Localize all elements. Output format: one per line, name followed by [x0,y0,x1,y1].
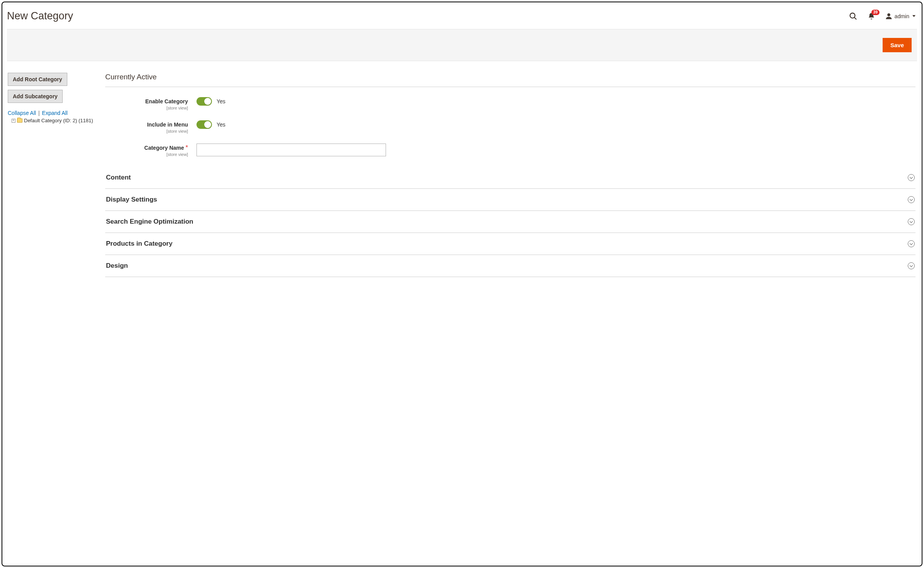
field-label: Enable Category [store view] [105,97,196,110]
scope-text: [store view] [105,129,188,133]
field-control: Yes [196,120,225,129]
collapsible-title: Design [106,262,128,270]
chevron-down-icon [908,218,915,225]
tree-node-label: Default Category (ID: 2) (1181) [24,118,93,123]
header-actions: 39 admin [849,12,917,21]
category-sidebar: Add Root Category Add Subcategory Collap… [7,73,104,277]
page-title: New Category [7,10,73,22]
scope-text: [store view] [105,106,188,110]
svg-point-0 [850,13,855,18]
section-seo[interactable]: Search Engine Optimization [105,211,915,233]
field-label: Include in Menu [store view] [105,120,196,133]
user-menu[interactable]: admin [885,13,915,20]
svg-line-1 [854,17,856,19]
category-name-input[interactable] [196,144,386,156]
section-content[interactable]: Content [105,167,915,189]
expand-icon[interactable]: + [12,119,15,123]
label-text: Category Name [144,145,184,151]
toggle-value: Yes [217,98,225,104]
user-icon [885,13,892,20]
search-button[interactable] [849,12,857,21]
notifications-button[interactable]: 39 [868,12,875,21]
field-label: Category Name* [store view] [105,144,196,157]
tree-node-root[interactable]: + Default Category (ID: 2) (1181) [8,118,101,123]
field-control: Yes [196,97,225,106]
chevron-down-icon [908,196,915,203]
add-root-category-button[interactable]: Add Root Category [8,73,67,86]
folder-icon [17,118,22,123]
collapsible-title: Display Settings [106,196,157,204]
collapsible-title: Search Engine Optimization [106,218,193,226]
label-text: Include in Menu [147,121,188,128]
add-subcategory-button[interactable]: Add Subcategory [8,90,63,103]
chevron-down-icon [908,262,915,269]
include-in-menu-toggle[interactable] [196,120,212,129]
field-category-name: Category Name* [store view] [105,144,915,157]
label-text: Enable Category [145,98,188,104]
section-display-settings[interactable]: Display Settings [105,189,915,211]
user-name: admin [895,13,909,19]
chevron-down-icon [908,174,915,181]
section-products-in-category[interactable]: Products in Category [105,233,915,255]
required-asterisk: * [186,144,188,151]
main-layout: Add Root Category Add Subcategory Collap… [7,61,917,277]
notification-badge: 39 [871,10,880,15]
page-header: New Category 39 admin [7,7,917,29]
save-button[interactable]: Save [883,38,912,52]
section-design[interactable]: Design [105,255,915,277]
separator: | [38,110,41,116]
form-main: Currently Active Enable Category [store … [104,73,917,277]
search-icon [849,12,857,21]
action-toolbar: Save [7,29,917,61]
svg-point-2 [887,13,890,16]
collapsible-title: Products in Category [106,240,173,248]
collapse-all-link[interactable]: Collapse All [8,110,36,116]
caret-down-icon [912,15,915,17]
collapsible-title: Content [106,174,131,181]
field-include-in-menu: Include in Menu [store view] Yes [105,120,915,133]
field-enable-category: Enable Category [store view] Yes [105,97,915,110]
tree-controls: Collapse All | Expand All + Default Cate… [8,110,101,123]
section-title: Currently Active [105,73,915,87]
field-control [196,144,386,156]
scope-text: [store view] [105,152,188,157]
enable-category-toggle[interactable] [196,97,212,106]
expand-all-link[interactable]: Expand All [42,110,68,116]
toggle-value: Yes [217,121,225,128]
chevron-down-icon [908,240,915,247]
